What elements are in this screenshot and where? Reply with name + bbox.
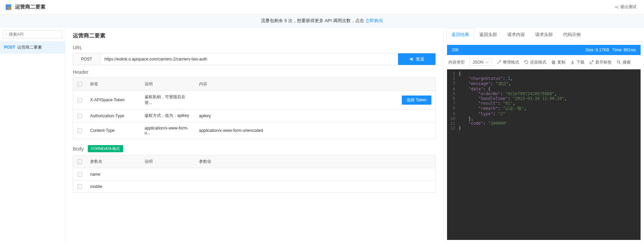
row-checkbox[interactable]: ✓ bbox=[77, 98, 82, 103]
topbar: 运营商二要素 退出测试 bbox=[0, 0, 644, 14]
url-input[interactable]: https://eolink.o.apispace.com/carriers-2… bbox=[100, 53, 398, 65]
chevron-down-icon bbox=[485, 60, 489, 64]
select-token-button[interactable]: 选择 Token bbox=[402, 96, 431, 105]
header-check-all[interactable]: ✓ bbox=[77, 82, 82, 87]
headers-table: ✓ 标签 说明 内容 ✓ X-APISpace-Token 鉴权私钥，可登陆后在… bbox=[73, 77, 436, 139]
search-icon bbox=[616, 60, 621, 65]
send-icon bbox=[409, 57, 414, 62]
content-type-select[interactable]: JSON bbox=[469, 58, 492, 66]
sidebar: POST运营商二要素 bbox=[0, 28, 65, 243]
svg-line-8 bbox=[620, 63, 621, 64]
page-title: 运营商二要素 bbox=[73, 32, 436, 39]
formdata-badge: FORMDATA 格式 bbox=[88, 145, 123, 152]
send-button[interactable]: 发送 bbox=[398, 53, 435, 65]
response-code-viewer[interactable]: 1{2 "chargeStatus": 1,3 "message": "成功",… bbox=[447, 69, 641, 240]
tab-request-body[interactable]: 请求内容 bbox=[502, 28, 530, 41]
param-row: ✓ name bbox=[73, 168, 436, 180]
sidebar-item-api[interactable]: POST运营商二要素 bbox=[0, 41, 65, 54]
svg-line-4 bbox=[6, 35, 7, 35]
status-bar: 200 Size: 0.17KB Time: 861ms bbox=[447, 45, 641, 55]
status-code: 200 bbox=[452, 48, 459, 52]
header-row: ✓ X-APISpace-Token 鉴权私钥，可登陆后在管... 选择 Tok… bbox=[73, 91, 436, 109]
response-panel: 返回结果 返回头部 请求内容 请求头部 代码示例 200 Size: 0.17K… bbox=[443, 28, 644, 243]
row-checkbox[interactable]: ✓ bbox=[77, 172, 82, 177]
app-title: 运营商二要素 bbox=[15, 4, 46, 10]
row-checkbox[interactable]: ✓ bbox=[77, 114, 82, 118]
main-panel: 运营商二要素 URL POST https://eolink.o.apispac… bbox=[65, 28, 443, 243]
http-method[interactable]: POST bbox=[73, 53, 100, 65]
exit-test-button[interactable]: 退出测试 bbox=[611, 3, 639, 11]
download-icon bbox=[570, 60, 575, 65]
header-section-label: Header bbox=[73, 69, 436, 75]
row-checkbox[interactable]: ✓ bbox=[77, 184, 82, 189]
api-search-input[interactable] bbox=[3, 30, 62, 38]
announcement-bar: 流量包剩余 5 次，想要获得更多 API 调用次数，点击 立即购买 bbox=[0, 14, 644, 28]
header-row: ✓ Content-Type application/x-www-form-u.… bbox=[73, 122, 436, 139]
copy-icon bbox=[551, 60, 556, 65]
response-toolbar: 内容类型 JSON 整理格式 还原格式 复制 下载 新开标签 搜索 bbox=[444, 55, 644, 69]
undo-icon bbox=[524, 60, 529, 65]
format-button[interactable]: 整理格式 bbox=[497, 59, 519, 65]
header-row: ✓ Authorization-Type 鉴权方式，值为：apikey apik… bbox=[73, 109, 436, 122]
body-check-all[interactable]: ✓ bbox=[77, 159, 82, 164]
exit-icon bbox=[614, 5, 618, 10]
url-label: URL bbox=[73, 45, 436, 50]
tab-response-headers[interactable]: 返回头部 bbox=[474, 28, 502, 41]
body-section-label: Body bbox=[73, 146, 84, 152]
copy-button[interactable]: 复制 bbox=[551, 59, 565, 65]
param-row: ✓ mobile bbox=[73, 180, 436, 193]
search-icon bbox=[5, 32, 7, 37]
app-logo-icon bbox=[5, 3, 12, 11]
row-checkbox[interactable]: ✓ bbox=[77, 128, 82, 133]
download-button[interactable]: 下载 bbox=[570, 59, 584, 65]
external-icon bbox=[589, 60, 594, 65]
tab-response-body[interactable]: 返回结果 bbox=[446, 28, 474, 41]
newtab-button[interactable]: 新开标签 bbox=[589, 59, 612, 65]
response-tabs: 返回结果 返回头部 请求内容 请求头部 代码示例 bbox=[444, 28, 644, 41]
body-table: ✓ 参数名 说明 参数值 ✓ name ✓ mobile bbox=[73, 155, 436, 193]
buy-now-link[interactable]: 立即购买 bbox=[365, 18, 383, 23]
search-button[interactable]: 搜索 bbox=[616, 59, 631, 65]
restore-button[interactable]: 还原格式 bbox=[524, 59, 546, 65]
tab-code-sample[interactable]: 代码示例 bbox=[558, 28, 586, 41]
tab-request-headers[interactable]: 请求头部 bbox=[530, 28, 558, 41]
svg-point-3 bbox=[5, 34, 6, 35]
svg-point-7 bbox=[617, 60, 620, 63]
wand-icon bbox=[497, 60, 501, 65]
